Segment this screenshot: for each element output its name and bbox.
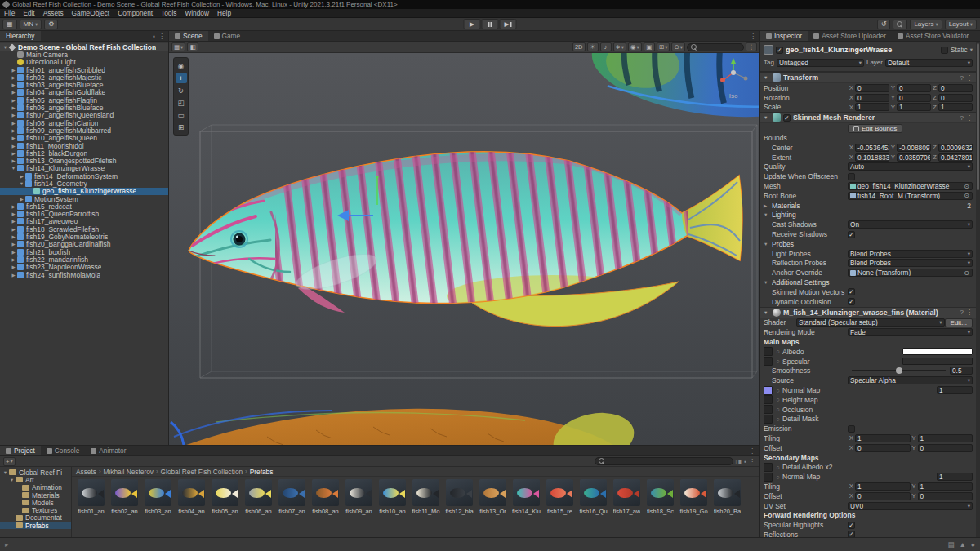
texture-picker-icon[interactable]: ○ bbox=[774, 416, 782, 422]
value-field[interactable]: 0.04278912 bbox=[938, 153, 973, 162]
value-field[interactable]: 1 bbox=[938, 103, 973, 111]
texture-picker-icon[interactable]: ○ bbox=[774, 397, 782, 402]
hierarchy-item[interactable]: ▶fish11_MoorishIdol bbox=[0, 142, 168, 149]
asset-item[interactable]: fish18_Sc bbox=[644, 479, 677, 515]
view-tool[interactable]: ◉ bbox=[176, 60, 187, 71]
hierarchy-item[interactable]: ▶fish14_DeformationSystem bbox=[0, 172, 168, 180]
checkbox[interactable] bbox=[848, 173, 855, 180]
value-field[interactable]: 1 bbox=[897, 103, 931, 111]
component-header[interactable]: ▼Transform?⋮ bbox=[760, 72, 976, 83]
hierarchy-item[interactable]: ▶fish04_angelfishGoldflake bbox=[0, 89, 168, 96]
gameobject-name[interactable]: geo_fish14_KlunzingerWrasse bbox=[786, 46, 938, 54]
foldout-arrow[interactable]: ▶ bbox=[10, 151, 17, 156]
smoothness-slider[interactable] bbox=[852, 370, 946, 371]
tag-dropdown[interactable]: Untagged▾ bbox=[777, 59, 864, 67]
breadcrumb-item[interactable]: Prefabs bbox=[250, 468, 274, 476]
hierarchy-item[interactable]: ▼fish14_KlunzingerWrasse bbox=[0, 165, 168, 172]
checkbox[interactable]: ✓ bbox=[848, 288, 855, 295]
grid-icon[interactable]: ▦ bbox=[2, 20, 17, 29]
value-field[interactable]: 0 bbox=[897, 94, 931, 102]
hierarchy-item[interactable]: ▶fish15_redcoat bbox=[0, 202, 168, 210]
help-icon[interactable]: ? bbox=[960, 309, 964, 316]
foldout-arrow[interactable]: ▶ bbox=[10, 242, 17, 247]
foldout-arrow[interactable]: ▼ bbox=[2, 470, 9, 475]
projection-mode-label[interactable]: Iso bbox=[714, 92, 753, 100]
value-field[interactable]: 0 bbox=[855, 492, 911, 500]
value-field[interactable]: 1 bbox=[918, 482, 973, 491]
foldout-arrow[interactable]: ▶ bbox=[10, 273, 17, 278]
tab-asset-store-uploader[interactable]: Asset Store Uploader bbox=[808, 31, 892, 41]
value-field[interactable]: 1 bbox=[855, 103, 889, 111]
account-button[interactable]: MN▾ bbox=[20, 20, 42, 29]
texture-picker-icon[interactable]: ○ bbox=[774, 474, 782, 480]
scene-toolbar-button[interactable]: ⊞▾ bbox=[657, 42, 670, 51]
scene-toolbar-button[interactable]: ◉▾ bbox=[628, 42, 642, 51]
more-icon[interactable]: ⋮ bbox=[966, 309, 973, 316]
value-field[interactable]: 0 bbox=[855, 444, 911, 452]
foldout-arrow[interactable]: ▼ bbox=[764, 280, 772, 285]
asset-item[interactable]: fish09_an bbox=[342, 479, 376, 515]
hierarchy-item[interactable]: ▶fish09_angelfishMultibarred bbox=[0, 127, 168, 134]
value-field[interactable]: 0 bbox=[855, 84, 889, 92]
breadcrumb-item[interactable]: Global Reef Fish Collection bbox=[161, 468, 243, 476]
hierarchy-item[interactable]: ▶fish18_ScrawledFilefish bbox=[0, 225, 168, 233]
folder-item[interactable]: Materials bbox=[0, 491, 71, 499]
asset-item[interactable]: fish03_an bbox=[141, 479, 175, 515]
asset-item[interactable]: fish13_Or bbox=[476, 479, 510, 515]
value-field[interactable]: 0.1018833 bbox=[855, 153, 889, 162]
folder-item[interactable]: ▼Global Reef Fi bbox=[0, 469, 71, 476]
foldout-arrow[interactable]: ▼ bbox=[764, 212, 772, 217]
object-picker-icon[interactable]: ⊙ bbox=[963, 269, 970, 277]
project-toolbar-icon[interactable]: ◨ bbox=[736, 458, 742, 465]
object-field[interactable]: fish14_Root_M (Transform)⊙ bbox=[848, 192, 973, 200]
component-header[interactable]: ▼✓Skinned Mesh Renderer?⋮ bbox=[760, 112, 976, 123]
breadcrumb-item[interactable]: Assets bbox=[76, 468, 96, 476]
move-tool[interactable]: + bbox=[176, 73, 187, 83]
texture-picker-icon[interactable]: ○ bbox=[774, 388, 782, 393]
foldout-arrow[interactable]: ▶ bbox=[10, 250, 17, 255]
asset-item[interactable]: fish07_an bbox=[275, 479, 309, 515]
component-enabled-checkbox[interactable]: ✓ bbox=[783, 114, 791, 122]
texture-picker-icon[interactable]: ○ bbox=[774, 358, 782, 364]
hierarchy-item[interactable]: ▶fish17_aweoweo bbox=[0, 218, 168, 225]
value-field[interactable]: 0.0359706 bbox=[897, 153, 931, 162]
foldout-arrow[interactable]: ▶ bbox=[10, 68, 17, 73]
checkbox[interactable]: ✓ bbox=[848, 231, 855, 238]
checkbox[interactable]: ✓ bbox=[848, 298, 855, 305]
more-icon[interactable]: ⋮ bbox=[746, 42, 757, 51]
static-checkbox[interactable] bbox=[941, 47, 948, 54]
texture-slot[interactable] bbox=[764, 386, 773, 395]
object-field[interactable]: None (Transform)⊙ bbox=[848, 269, 973, 277]
asset-item[interactable]: fish16_Qu bbox=[577, 479, 610, 515]
object-picker-icon[interactable]: ⊙ bbox=[963, 183, 970, 190]
texture-slot[interactable] bbox=[764, 415, 773, 424]
folder-item[interactable]: Documentat bbox=[0, 514, 71, 522]
foldout-arrow[interactable]: ▶ bbox=[10, 136, 17, 140]
folder-item[interactable]: Animation bbox=[0, 484, 71, 491]
color-swatch[interactable] bbox=[902, 358, 973, 365]
scene-toolbar-button[interactable]: ⊙▾ bbox=[671, 42, 685, 51]
foldout-arrow[interactable]: ▶ bbox=[10, 204, 17, 209]
hierarchy-item[interactable]: ▼fish14_Geometry bbox=[0, 180, 168, 187]
value-field[interactable]: -0.0088097 bbox=[897, 144, 931, 152]
foldout-arrow[interactable]: ▶ bbox=[10, 219, 17, 224]
foldout-arrow[interactable]: ▶ bbox=[10, 105, 17, 110]
hierarchy-item[interactable]: ▶fish23_NapoleonWrasse bbox=[0, 264, 168, 271]
hierarchy-item[interactable]: ▶fish12_blackDurgon bbox=[0, 149, 168, 157]
hierarchy-item[interactable]: ▼Demo Scene - Global Reef Fish Collectio… bbox=[0, 43, 168, 51]
asset-item[interactable]: fish10_an bbox=[376, 479, 409, 515]
help-icon[interactable]: ? bbox=[960, 74, 964, 82]
scene-toolbar-button[interactable]: ▣ bbox=[644, 42, 655, 51]
scale-tool[interactable]: ◰ bbox=[176, 97, 187, 108]
step-button[interactable]: ▶ bbox=[500, 19, 517, 29]
menu-assets[interactable]: Assets bbox=[39, 9, 68, 17]
tab-project[interactable]: Project bbox=[0, 446, 41, 455]
rotate-tool[interactable]: ↻ bbox=[176, 85, 187, 96]
texture-slot[interactable] bbox=[764, 473, 773, 482]
inspector-scrollbar[interactable] bbox=[976, 42, 980, 537]
gear-icon[interactable]: ⚙ bbox=[44, 20, 58, 29]
project-toolbar-icon[interactable]: ⋮ bbox=[749, 458, 755, 465]
folder-item[interactable]: ▼Art bbox=[0, 476, 71, 483]
menu-help[interactable]: Help bbox=[213, 9, 235, 17]
play-button[interactable]: ▶ bbox=[464, 19, 481, 29]
